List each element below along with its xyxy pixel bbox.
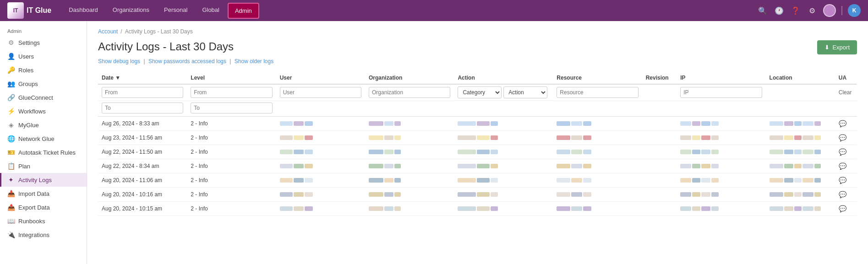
sidebar-item-glueconnect[interactable]: 🔗 GlueConnect <box>0 91 87 104</box>
show-older-link[interactable]: Show older logs <box>235 58 273 65</box>
sidebar-item-activitylogs[interactable]: ✦ Activity Logs <box>0 173 87 187</box>
help-icon[interactable]: ❓ <box>790 6 801 15</box>
cell-resource <box>553 159 642 173</box>
nav-admin[interactable]: Admin <box>228 3 259 19</box>
integrations-icon: 🔌 <box>7 231 15 238</box>
level-to-input[interactable] <box>191 102 272 113</box>
date-to-input[interactable] <box>102 102 183 113</box>
filter-resource-cell <box>553 84 642 101</box>
cell-user <box>276 130 365 145</box>
filter-empty-cols <box>276 101 857 116</box>
divider <box>841 6 842 15</box>
sidebar-item-runbooks[interactable]: 📖 Runbooks <box>0 214 87 228</box>
cell-revision <box>642 130 677 145</box>
col-ua: UA <box>835 72 857 84</box>
sidebar-item-plan[interactable]: 📋 Plan <box>0 159 87 173</box>
gear-icon[interactable]: ⚙ <box>807 6 818 15</box>
activitylogs-icon: ✦ <box>7 176 15 183</box>
sidebar-label-settings: Settings <box>18 39 40 46</box>
sidebar-item-integrations[interactable]: 🔌 Integrations <box>0 228 87 242</box>
sidebar-item-settings[interactable]: ⚙ Settings <box>0 36 87 49</box>
cell-resource <box>553 187 642 201</box>
cell-user <box>276 201 365 216</box>
comment-icon[interactable]: 💬 <box>839 177 846 184</box>
col-organization: Organization <box>365 72 454 84</box>
sidebar-item-roles[interactable]: 🔑 Roles <box>0 63 87 77</box>
page-title: Activity Logs - Last 30 Days <box>98 40 234 53</box>
cell-location <box>766 187 835 201</box>
sidebar-item-autotask[interactable]: 🎫 Autotask Ticket Rules <box>0 145 87 159</box>
filter-row-from: Category Action Clear <box>98 84 857 101</box>
action-select[interactable]: Action <box>503 86 547 98</box>
nav-organizations[interactable]: Organizations <box>106 3 156 19</box>
breadcrumb: Account / Activity Logs - Last 30 Days <box>98 28 857 35</box>
cell-revision <box>642 145 677 159</box>
filter-org-cell <box>365 84 454 101</box>
filter-user-cell <box>276 84 365 101</box>
sidebar-item-myglue[interactable]: ◈ MyGlue <box>0 118 87 132</box>
nav-dashboard[interactable]: Dashboard <box>62 3 104 19</box>
comment-icon[interactable]: 💬 <box>839 162 846 170</box>
sidebar-label-glueconnect: GlueConnect <box>18 94 53 101</box>
cell-action <box>454 159 553 173</box>
breadcrumb-account[interactable]: Account <box>98 28 118 35</box>
cell-revision <box>642 173 677 187</box>
logo[interactable]: IT IT Glue <box>7 2 51 19</box>
resource-input[interactable] <box>557 87 638 98</box>
sidebar-section-label: Admin <box>0 25 87 36</box>
table-row: Aug 20, 2024 - 10:16 am2 - Info💬 <box>98 187 857 201</box>
category-select[interactable]: Category <box>458 86 502 98</box>
cell-user <box>276 187 365 201</box>
nav-global[interactable]: Global <box>196 3 226 19</box>
sidebar-item-users[interactable]: 👤 Users <box>0 49 87 63</box>
sidebar-item-networkglue[interactable]: 🌐 Network Glue <box>0 132 87 145</box>
sep2: | <box>229 58 231 65</box>
cell-ua: 💬 <box>835 145 857 159</box>
show-debug-link[interactable]: Show debug logs <box>98 58 140 65</box>
col-resource: Resource <box>553 72 642 84</box>
cell-action <box>454 173 553 187</box>
comment-icon[interactable]: 💬 <box>839 148 846 156</box>
table-row: Aug 20, 2024 - 10:15 am2 - Info💬 <box>98 201 857 216</box>
cell-ip <box>677 130 765 145</box>
cell-user <box>276 159 365 173</box>
show-passwords-link[interactable]: Show passwords accessed logs <box>148 58 226 65</box>
export-button[interactable]: ⬇ Export <box>817 40 857 54</box>
search-icon[interactable]: 🔍 <box>757 6 768 15</box>
sidebar-item-importdata[interactable]: 📥 Import Data <box>0 187 87 200</box>
comment-icon[interactable]: 💬 <box>839 205 846 212</box>
cell-revision <box>642 201 677 216</box>
cell-level: 2 - Info <box>187 116 276 130</box>
cell-location <box>766 173 835 187</box>
cell-location <box>766 145 835 159</box>
user-input[interactable] <box>280 87 361 98</box>
debug-links: Show debug logs | Show passwords accesse… <box>98 58 857 65</box>
comment-icon[interactable]: 💬 <box>839 134 846 141</box>
sidebar-item-workflows[interactable]: ⚡ Workflows <box>0 104 87 118</box>
clear-button[interactable]: Clear <box>839 89 852 96</box>
cell-date: Aug 20, 2024 - 10:15 am <box>98 201 187 216</box>
col-action: Action <box>454 72 553 84</box>
col-date[interactable]: Date ▼ <box>98 72 187 84</box>
comment-icon[interactable]: 💬 <box>839 120 846 127</box>
clock-icon[interactable]: 🕐 <box>774 6 785 15</box>
cell-org <box>365 159 454 173</box>
roles-icon: 🔑 <box>7 66 15 74</box>
cell-resource <box>553 145 642 159</box>
sidebar-item-exportdata[interactable]: 📤 Export Data <box>0 200 87 214</box>
table-row: Aug 23, 2024 - 11:56 am2 - Info💬 <box>98 130 857 145</box>
sidebar-label-networkglue: Network Glue <box>18 135 55 142</box>
level-from-input[interactable] <box>191 87 272 98</box>
org-input[interactable] <box>369 87 450 98</box>
date-from-input[interactable] <box>102 87 183 98</box>
avatar-k[interactable]: K <box>848 4 861 17</box>
avatar[interactable] <box>823 4 836 17</box>
sidebar-item-groups[interactable]: 👥 Groups <box>0 77 87 91</box>
sidebar-label-plan: Plan <box>18 163 30 170</box>
sidebar-label-myglue: MyGlue <box>18 122 39 129</box>
comment-icon[interactable]: 💬 <box>839 191 846 198</box>
ip-input[interactable] <box>680 87 762 98</box>
cell-ip <box>677 116 765 130</box>
nav-personal[interactable]: Personal <box>158 3 194 19</box>
settings-icon: ⚙ <box>7 39 15 46</box>
